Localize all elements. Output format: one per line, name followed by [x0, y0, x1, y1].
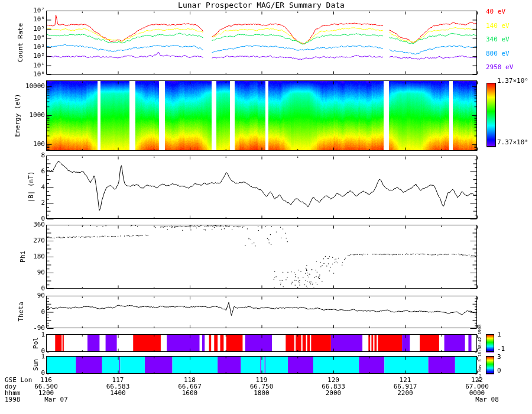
phi-axis-label: Phi	[19, 251, 27, 263]
xtick-value-hhmm: 1600	[182, 390, 198, 397]
bmag-ytick-label: 8	[41, 152, 45, 159]
energy-ytick-label: 10000	[25, 83, 45, 90]
xtick-value-1998: Mar 08	[475, 396, 499, 403]
energy-ytick-label: 100	[33, 141, 45, 148]
legend-item-2950-eV: 2950 eV	[486, 64, 513, 71]
bmag-ytick-label: 6	[41, 168, 45, 175]
count-rate-ytick-label: 10⁷	[33, 7, 45, 14]
xtick-value-hhmm: 2000	[326, 390, 342, 397]
plot-canvas	[0, 0, 532, 414]
phi-ytick-label: 270	[33, 237, 45, 244]
sun-ytick-label: 1	[41, 353, 45, 360]
colorbar-min-label: 7.37×10⁰	[497, 139, 528, 146]
theta-ytick-label: 0	[41, 309, 45, 316]
phi-ytick-label: 90	[37, 269, 45, 276]
sun-colorbar-bottom-label: 0	[497, 367, 501, 374]
legend-item-340-eV: 340 eV	[486, 36, 510, 43]
count-rate-ytick-label: 10¹	[33, 62, 45, 69]
count-rate-ytick-label: 10³	[33, 44, 45, 51]
energy-axis-label: Energy (eV)	[14, 94, 21, 137]
count-rate-ytick-label: 10²	[33, 53, 45, 60]
creation-timestamp: Thu Nov 5 16:58:42 1998	[478, 325, 482, 382]
theta-axis-label: Theta	[17, 302, 25, 321]
bmag-ytick-label: 4	[41, 184, 45, 191]
colorbar-max-label: 1.37×10⁶	[497, 77, 528, 85]
pol-colorbar-top-label: 1	[497, 331, 501, 338]
sun-colorbar-top-label: 3	[497, 354, 501, 361]
pol-ytick-label: 1	[41, 331, 45, 338]
sun-axis-label: Sun	[32, 359, 40, 371]
energy-ytick-label: 1000	[30, 112, 46, 119]
pol-axis-label: Pol	[32, 337, 40, 349]
bmag-axis-label: |B| (nT)	[27, 172, 35, 203]
phi-ytick-label: 180	[33, 253, 45, 260]
pol-colorbar-bottom-label: -1	[497, 345, 505, 352]
figure: Lunar Prospector MAG/ER Summary Data Cou…	[0, 0, 532, 414]
legend-item-140-eV: 140 eV	[486, 22, 510, 30]
xtick-value-hhmm: 2200	[397, 390, 413, 397]
chart-title: Lunar Prospector MAG/ER Summary Data	[178, 2, 345, 9]
legend-item-800-eV: 800 eV	[486, 50, 510, 57]
xtick-value-1998: Mar 07	[44, 396, 68, 403]
bmag-ytick-label: 2	[41, 199, 45, 206]
xtick-value-hhmm: 1400	[110, 390, 126, 397]
legend-item-40-eV: 40 eV	[486, 8, 505, 15]
xtick-value-hhmm: 1800	[254, 390, 270, 397]
theta-ytick-label: 90	[37, 292, 45, 299]
count-rate-ytick-label: 10⁵	[33, 25, 45, 33]
count-rate-axis-label: Count Rate	[17, 23, 24, 62]
count-rate-ytick-label: 10⁰	[33, 71, 45, 78]
phi-ytick-label: 360	[33, 221, 45, 228]
count-rate-ytick-label: 10⁶	[33, 16, 45, 23]
xaxis-row-label-year: 1998	[5, 396, 21, 403]
count-rate-ytick-label: 10⁴	[33, 34, 45, 41]
